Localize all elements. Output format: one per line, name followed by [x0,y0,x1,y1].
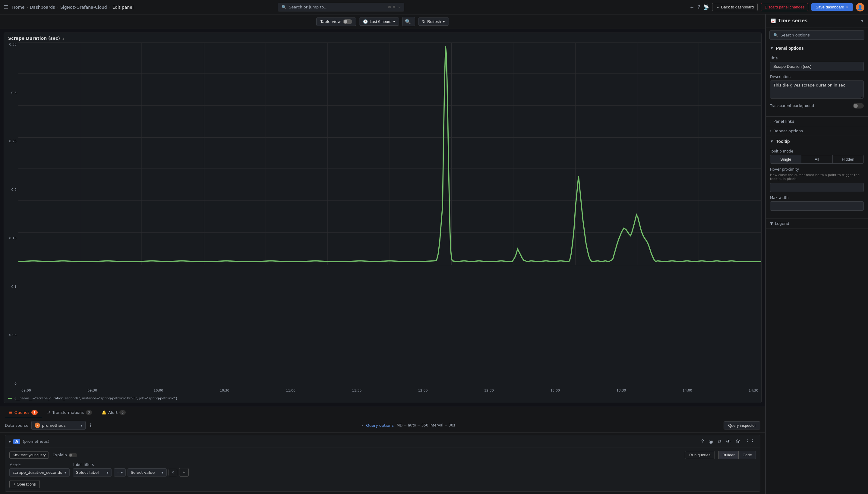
repeat-options-section[interactable]: › Repeat options [766,126,868,136]
query-inspector-button[interactable]: Query inspector [723,421,760,430]
description-row: Description This tile gives scrape durat… [770,75,864,99]
query-options-link[interactable]: Query options [366,423,394,428]
chart-container: Scrape Duration (sec) ℹ 0.35 0.3 0.25 0.… [4,33,761,403]
search-options-input[interactable]: 🔍 Search options [769,31,864,40]
select-label-dropdown[interactable]: Select label ▾ [73,468,112,476]
tooltip-mode-label: Tooltip mode [770,149,864,153]
query-duplicate-button[interactable]: ⧉ [716,438,723,445]
right-panel: 📈 Time series ▾ 🔍 Search options ▼ Panel… [766,15,868,494]
filter-add-button[interactable]: ＋ [179,468,189,476]
query-disable-button[interactable]: ◉ [707,438,715,445]
query-options-row: › Query options MD = auto = 550 Interval… [361,423,455,428]
time-range-button[interactable]: 🕐 Last 6 hours ▾ [359,18,399,26]
query-more-button[interactable]: ⋮⋮ [744,438,756,445]
avatar[interactable]: 👤 [856,3,864,12]
breadcrumb-dashboards[interactable]: Dashboards [30,5,55,10]
select-value-placeholder: Select value [131,470,155,475]
transparent-bg-row: Transparent background [770,103,864,109]
tooltip-mode-buttons: Single All Hidden [770,155,864,164]
hover-proximity-desc: How close the cursor must be to a point … [770,173,864,181]
kick-start-row: Kick start your query Explain Run querie… [10,451,756,459]
code-mode-button[interactable]: Code [739,451,756,459]
save-dropdown-arrow[interactable]: ▼ [845,5,849,9]
repeat-options-chevron: › [770,129,772,133]
description-textarea[interactable]: This tile gives scrape duration in sec [770,80,864,98]
save-dashboard-button[interactable]: Save dashboard ▼ [811,3,853,11]
top-nav: ☰ Home › Dashboards › SigNoz-Grafana-Clo… [0,0,868,15]
search-options-placeholder: Search options [780,33,810,37]
panel-type-label: Time series [778,18,858,23]
metric-value: scrape_duration_seconds [13,470,62,475]
panel-links-section[interactable]: › Panel links [766,117,868,126]
tab-queries[interactable]: ☰ Queries 1 [5,407,42,418]
breadcrumb-sep3: › [109,5,111,10]
operator-value: = [116,470,120,475]
search-shortcut: ⌘⌘+k [388,5,400,9]
chart-area: 0.35 0.3 0.25 0.2 0.15 0.1 0.05 0 [4,42,761,395]
feed-icon[interactable]: 📡 [703,4,709,10]
legend-label: Legend [775,221,789,226]
panel-options-section-header[interactable]: ▼ Panel options [766,43,868,54]
hover-proximity-input[interactable] [770,183,864,192]
query-help-button[interactable]: ? [700,438,705,445]
back-to-dashboard-button[interactable]: ← Back to dashboard [712,3,758,11]
legend-section[interactable]: ▼ Legend [766,219,868,228]
chart-title: Scrape Duration (sec) [8,36,60,41]
breadcrumb-home[interactable]: Home [12,5,24,10]
plus-icon[interactable]: ＋ [689,4,695,11]
operator-select[interactable]: = ▾ [114,468,126,476]
chart-info-icon[interactable]: ℹ [62,36,64,41]
metric-select[interactable]: scrape_duration_seconds ▾ [10,468,70,476]
refresh-chevron: ▾ [443,19,445,24]
datasource-select[interactable]: P prometheus ▾ [31,421,86,430]
kick-start-button[interactable]: Kick start your query [10,452,49,459]
menu-icon[interactable]: ☰ [4,4,8,10]
max-width-row: Max width [770,196,864,211]
time-series-icon: 📈 [771,18,776,23]
metric-chevron: ▾ [64,470,66,475]
discard-panel-changes-button[interactable]: Discard panel changes [761,3,808,11]
title-input[interactable] [770,62,864,71]
refresh-button[interactable]: ↻ Refresh ▾ [418,18,449,26]
max-width-input[interactable] [770,201,864,211]
datasource-chevron: ▾ [80,423,82,428]
add-operations-button[interactable]: + Operations [10,480,40,488]
query-collapse-button[interactable]: ▾ [9,439,11,444]
tooltip-hidden-button[interactable]: Hidden [833,155,864,163]
transparent-bg-label: Transparent background [770,104,814,108]
search-placeholder: Search or jump to... [289,5,327,10]
transformations-tab-badge: 0 [86,410,92,415]
table-view-toggle[interactable]: Table view [316,18,356,26]
breadcrumb-sep2: › [57,5,58,10]
panel-options-section: ▼ Panel options Title Description This t… [766,43,868,117]
explain-switch[interactable] [69,453,77,457]
table-view-switch[interactable] [343,19,352,24]
builder-mode-button[interactable]: Builder [718,451,738,459]
query-block-header: ▾ A (prometheus) ? ◉ ⧉ 👁 🗑 ⋮⋮ [5,435,760,448]
filter-clear-button[interactable]: ✕ [169,469,177,476]
tooltip-single-button[interactable]: Single [770,155,801,163]
main-layout: Table view 🕐 Last 6 hours ▾ 🔍- ↻ Refresh… [0,15,868,494]
select-value-dropdown[interactable]: Select value ▾ [128,468,167,476]
panel-options-body: Title Description This tile gives scrape… [766,54,868,116]
transparent-bg-toggle[interactable] [853,103,864,109]
run-queries-button[interactable]: Run queries [685,451,715,459]
x-axis: 09:00 09:30 10:00 10:30 11:00 11:30 12:0… [18,386,761,395]
chart-toolbar: Table view 🕐 Last 6 hours ▾ 🔍- ↻ Refresh… [0,15,765,29]
breadcrumb-dashboard[interactable]: SigNoz-Grafana-Cloud [60,5,107,10]
tooltip-all-button[interactable]: All [801,155,832,163]
help-icon[interactable]: ? [698,4,700,10]
left-panel: Table view 🕐 Last 6 hours ▾ 🔍- ↻ Refresh… [0,15,766,494]
tooltip-section-body: Tooltip mode Single All Hidden Hover pro… [766,147,868,218]
datasource-info-button[interactable]: ℹ [89,421,93,430]
query-hide-button[interactable]: 👁 [724,438,732,445]
hover-proximity-row: Hover proximity How close the cursor mus… [770,167,864,192]
search-bar[interactable]: 🔍 Search or jump to... ⌘⌘+k [278,3,404,12]
explain-label: Explain [53,453,67,457]
tooltip-section-header[interactable]: ▼ Tooltip [766,136,868,147]
tab-alert[interactable]: 🔔 Alert 0 [97,407,130,418]
zoom-out-button[interactable]: 🔍- [402,17,415,26]
panel-type-chevron[interactable]: ▾ [861,19,863,23]
tab-transformations[interactable]: ⇄ Transformations 0 [43,407,96,418]
query-delete-button[interactable]: 🗑 [734,438,742,445]
